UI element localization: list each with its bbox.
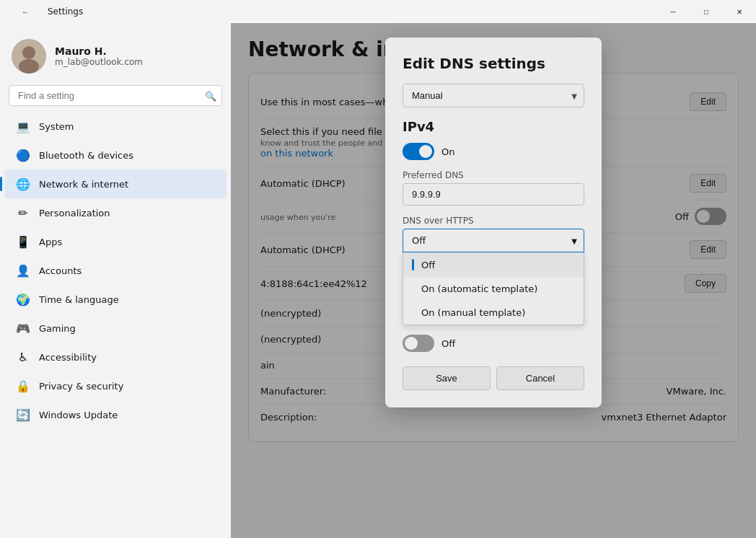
sidebar-item-personalization[interactable]: ✏️ Personalization (4, 198, 227, 227)
update-icon: 🔄 (16, 407, 30, 422)
privacy-icon: 🔒 (16, 379, 30, 393)
dns-https-dropdown-arrow-icon: ▼ (571, 237, 577, 244)
sidebar-item-update[interactable]: 🔄 Windows Update (4, 400, 227, 429)
minimize-button[interactable]: ─ (656, 0, 690, 23)
user-name: Mauro H. (55, 45, 143, 57)
sidebar-item-label-apps: Apps (39, 237, 215, 247)
accessibility-icon: ♿ (16, 350, 30, 364)
sidebar-item-label-personalization: Personalization (39, 208, 215, 219)
user-email: m_lab@outlook.com (55, 57, 143, 67)
preferred-dns-input[interactable] (403, 183, 584, 206)
sidebar: Mauro H. m_lab@outlook.com 🔍 💻 System 🔵 … (0, 23, 231, 538)
dns-option-manual[interactable]: On (manual template) (403, 301, 584, 325)
cancel-button[interactable]: Cancel (496, 366, 584, 390)
ipv4-toggle-row: On (403, 143, 584, 160)
titlebar: ← Settings ─ □ ✕ (0, 0, 756, 23)
dns-https-field: DNS over HTTPS Off ▼ Off (403, 216, 584, 252)
sidebar-item-label-update: Windows Update (39, 410, 215, 420)
time-icon: 🌍 (16, 292, 30, 307)
edit-dns-dialog: Edit DNS settings Manual Automatic (DHCP… (385, 38, 602, 407)
dns-option-auto[interactable]: On (automatic template) (403, 277, 584, 301)
sidebar-item-time[interactable]: 🌍 Time & language (4, 285, 227, 314)
svg-point-2 (19, 59, 39, 74)
titlebar-title: Settings (48, 6, 83, 17)
save-button[interactable]: Save (403, 366, 491, 390)
sidebar-item-label-system: System (39, 121, 215, 132)
ipv6-toggle-row: Off (403, 335, 584, 352)
dns-https-dropdown-wrap: Off ▼ Off On (automatic template) (403, 229, 584, 252)
sidebar-item-accounts[interactable]: 👤 Accounts (4, 256, 227, 285)
ipv6-toggle-knob (405, 337, 418, 350)
sidebar-item-label-gaming: Gaming (39, 323, 215, 334)
ipv4-toggle[interactable] (403, 143, 434, 160)
sidebar-item-apps[interactable]: 📱 Apps (4, 227, 227, 256)
sidebar-item-label-bluetooth: Bluetooth & devices (39, 150, 215, 161)
preferred-dns-label: Preferred DNS (403, 170, 584, 180)
mode-dropdown[interactable]: Manual Automatic (DHCP) (403, 84, 584, 107)
sidebar-item-network[interactable]: 🌐 Network & internet (4, 169, 227, 198)
mode-dropdown-wrap: Manual Automatic (DHCP) ▼ (403, 84, 584, 107)
sidebar-item-label-time: Time & language (39, 294, 215, 305)
sidebar-item-privacy[interactable]: 🔒 Privacy & security (4, 371, 227, 400)
selected-indicator (412, 259, 414, 270)
ipv6-toggle-label: Off (441, 338, 455, 349)
network-icon: 🌐 (16, 177, 30, 191)
personalization-icon: ✏️ (16, 206, 30, 220)
sidebar-item-bluetooth[interactable]: 🔵 Bluetooth & devices (4, 141, 227, 169)
titlebar-controls: ─ □ ✕ (656, 0, 756, 23)
search-input[interactable] (9, 85, 222, 106)
user-info: Mauro H. m_lab@outlook.com (55, 45, 143, 67)
dns-https-current[interactable]: Off ▼ (403, 229, 584, 252)
sidebar-item-label-privacy: Privacy & security (39, 381, 215, 392)
dns-https-label: DNS over HTTPS (403, 216, 584, 226)
close-button[interactable]: ✕ (723, 0, 756, 23)
dns-https-option-list: Off On (automatic template) On (manual t… (403, 252, 584, 325)
bluetooth-icon: 🔵 (16, 148, 30, 162)
dialog-footer: Save Cancel (403, 366, 584, 390)
main-content: Network & internet Use this in most case… (231, 23, 756, 538)
maximize-button[interactable]: □ (690, 0, 723, 23)
back-button[interactable]: ← (9, 0, 42, 23)
ipv6-toggle[interactable] (403, 335, 434, 352)
nav-list: 💻 System 🔵 Bluetooth & devices 🌐 Network… (0, 112, 231, 429)
svg-point-1 (22, 46, 35, 59)
dns-option-off[interactable]: Off (403, 252, 584, 277)
ipv4-toggle-label: On (441, 146, 454, 157)
ipv4-heading: IPv4 (403, 119, 584, 134)
sidebar-item-label-accounts: Accounts (39, 265, 215, 276)
sidebar-item-gaming[interactable]: 🎮 Gaming (4, 314, 227, 343)
sidebar-item-system[interactable]: 💻 System (4, 112, 227, 141)
system-icon: 💻 (16, 119, 30, 133)
sidebar-item-label-accessibility: Accessibility (39, 352, 215, 363)
accounts-icon: 👤 (16, 263, 30, 278)
dialog-title: Edit DNS settings (403, 55, 584, 72)
sidebar-item-accessibility[interactable]: ♿ Accessibility (4, 343, 227, 371)
search-icon: 🔍 (205, 90, 216, 101)
ipv4-toggle-knob (419, 145, 432, 158)
modal-overlay: Edit DNS settings Manual Automatic (DHCP… (231, 23, 756, 538)
apps-icon: 📱 (16, 234, 30, 249)
settings-window: Mauro H. m_lab@outlook.com 🔍 💻 System 🔵 … (0, 23, 756, 538)
user-profile[interactable]: Mauro H. m_lab@outlook.com (0, 30, 231, 85)
gaming-icon: 🎮 (16, 321, 30, 335)
sidebar-item-label-network: Network & internet (39, 179, 215, 190)
avatar (12, 39, 46, 74)
search-box: 🔍 (9, 85, 222, 106)
